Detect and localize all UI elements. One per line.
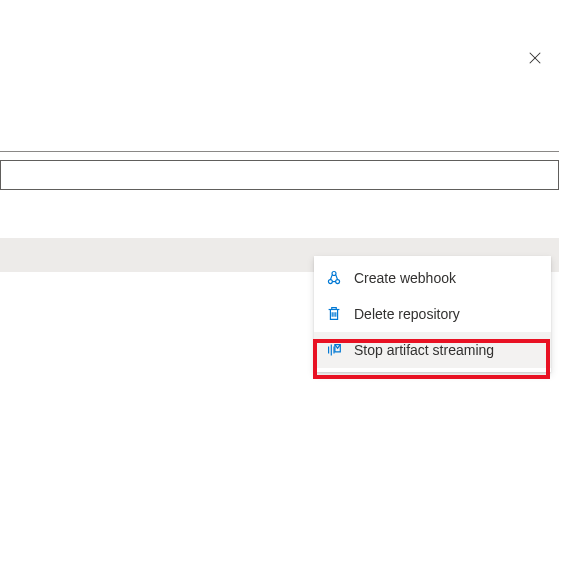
svg-point-4	[332, 272, 336, 276]
menu-item-create-webhook[interactable]: Create webhook	[314, 260, 551, 296]
menu-item-label: Stop artifact streaming	[354, 342, 494, 358]
menu-item-label: Delete repository	[354, 306, 460, 322]
menu-item-label: Create webhook	[354, 270, 456, 286]
svg-point-3	[336, 280, 340, 284]
menu-item-stop-artifact-streaming[interactable]: Stop artifact streaming	[314, 332, 551, 368]
close-button[interactable]	[525, 48, 545, 68]
delete-icon	[324, 304, 344, 324]
close-icon	[528, 51, 542, 65]
divider	[0, 151, 559, 152]
webhook-icon	[324, 268, 344, 288]
streaming-icon	[324, 340, 344, 360]
filter-input[interactable]	[0, 160, 559, 190]
context-menu: Create webhook Delete repository	[314, 256, 551, 372]
svg-point-2	[328, 280, 332, 284]
menu-item-delete-repository[interactable]: Delete repository	[314, 296, 551, 332]
